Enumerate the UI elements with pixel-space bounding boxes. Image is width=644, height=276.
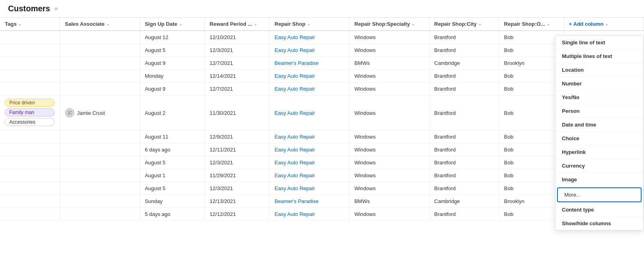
cell-sales: [60, 44, 140, 57]
cell-shop: Easy Auto Repair: [270, 131, 349, 143]
page-header: Customers ★: [0, 0, 644, 18]
cell-signup: August 9: [140, 57, 204, 70]
dropdown-item-yes-no[interactable]: Yes/No: [555, 91, 643, 104]
cell-specialty: Windows: [349, 182, 429, 195]
cell-specialty: Windows: [349, 156, 429, 169]
cell-city: Brantford: [429, 70, 499, 83]
cell-specialty: Windows: [349, 208, 429, 221]
cell-city: Cambridge: [429, 195, 499, 208]
cell-specialty: Windows: [349, 83, 429, 95]
dropdown-item-hyperlink[interactable]: Hyperlink: [555, 145, 643, 159]
sales-name: Jamie Crust: [77, 110, 105, 116]
cell-owner: Bob: [499, 182, 564, 195]
cell-city: Brantford: [429, 143, 499, 156]
cell-city: Brantford: [429, 95, 499, 131]
cell-tags: [0, 169, 60, 182]
star-icon[interactable]: ★: [53, 5, 59, 12]
shop-link[interactable]: Beamer's Paradise: [275, 60, 318, 66]
dropdown-item-content-type[interactable]: Content type: [555, 203, 643, 217]
cell-owner: Bob: [499, 83, 564, 95]
table-row: 5 days ago12/12/2021Easy Auto RepairWind…: [0, 208, 644, 221]
shop-link[interactable]: Easy Auto Repair: [275, 34, 315, 40]
dropdown-item-single-line[interactable]: Single line of text: [555, 36, 643, 50]
shop-link[interactable]: Easy Auto Repair: [275, 172, 315, 178]
dropdown-item-number[interactable]: Number: [555, 77, 643, 91]
cell-owner: Bob: [499, 70, 564, 83]
cell-owner: Bob: [499, 169, 564, 182]
cell-sales: [60, 195, 140, 208]
col-reward-header[interactable]: Reward Period ... ⌄: [204, 18, 269, 31]
dropdown-item-person[interactable]: Person: [555, 104, 643, 118]
dropdown-item-date-time[interactable]: Date and time: [555, 118, 643, 132]
cell-signup: Sunday: [140, 195, 204, 208]
col-tags-header[interactable]: Tags ⌄: [0, 18, 60, 31]
cell-shop: Easy Auto Repair: [270, 182, 349, 195]
cell-signup: August 1: [140, 169, 204, 182]
dropdown-item-choice[interactable]: Choice: [555, 132, 643, 145]
shop-link[interactable]: Beamer's Paradise: [275, 198, 318, 204]
dropdown-item-image[interactable]: Image: [555, 173, 643, 187]
cell-city: Brantford: [429, 131, 499, 143]
cell-reward: 12/3/2021: [204, 156, 269, 169]
add-column-header[interactable]: + Add column ⌄ Single line of text Multi…: [564, 18, 644, 31]
cell-sales: [60, 131, 140, 143]
cell-signup: August 5: [140, 182, 204, 195]
cell-tags: [0, 31, 60, 44]
col-specialty-header[interactable]: Repair Shop:Specialty ⌄: [349, 18, 429, 31]
dropdown-item-more[interactable]: More...: [557, 187, 642, 202]
cell-tags: [0, 208, 60, 221]
cell-specialty: BMWs: [349, 195, 429, 208]
shop-sort-icon: ⌄: [307, 22, 310, 26]
cell-city: Brantford: [429, 44, 499, 57]
col-city-header[interactable]: Repair Shop:City ⌄: [429, 18, 499, 31]
cell-reward: 12/10/2021: [204, 31, 269, 44]
cell-reward: 11/30/2021: [204, 95, 269, 131]
cell-specialty: Windows: [349, 31, 429, 44]
col-shop-header[interactable]: Repair Shop ⌄: [270, 18, 349, 31]
cell-reward: 12/9/2021: [204, 131, 269, 143]
cell-shop: Easy Auto Repair: [270, 31, 349, 44]
dropdown-item-multi-line[interactable]: Multiple lines of text: [555, 50, 643, 63]
shop-link[interactable]: Easy Auto Repair: [275, 185, 315, 191]
cell-owner: Bob: [499, 95, 564, 131]
shop-link[interactable]: Easy Auto Repair: [275, 110, 315, 116]
cell-specialty: Windows: [349, 44, 429, 57]
cell-city: Brantford: [429, 208, 499, 221]
sales-sort-icon: ⌄: [106, 22, 109, 26]
avatar: JC: [65, 108, 74, 118]
table-row: August 512/3/2021Easy Auto RepairWindows…: [0, 156, 644, 169]
add-col-chevron-icon: ⌄: [605, 22, 608, 26]
city-sort-icon: ⌄: [478, 22, 481, 26]
shop-link[interactable]: Easy Auto Repair: [275, 147, 315, 153]
shop-link[interactable]: Easy Auto Repair: [275, 86, 315, 92]
col-sales-header[interactable]: Sales Associate ⌄: [60, 18, 140, 31]
cell-signup: August 12: [140, 31, 204, 44]
tag-badge[interactable]: Family man: [5, 108, 55, 116]
cell-signup: August 5: [140, 156, 204, 169]
cell-shop: Easy Auto Repair: [270, 95, 349, 131]
dropdown-item-location[interactable]: Location: [555, 63, 643, 77]
shop-link[interactable]: Easy Auto Repair: [275, 134, 315, 140]
shop-link[interactable]: Easy Auto Repair: [275, 47, 315, 53]
cell-reward: 12/3/2021: [204, 182, 269, 195]
col-signup-header[interactable]: Sign Up Date ⌄: [140, 18, 204, 31]
cell-shop: Easy Auto Repair: [270, 83, 349, 95]
cell-tags: [0, 70, 60, 83]
col-owner-header[interactable]: Repair Shop:O... ⌄: [499, 18, 564, 31]
cell-reward: 12/7/2021: [204, 83, 269, 95]
reward-sort-icon: ⌄: [254, 22, 257, 26]
cell-specialty: Windows: [349, 143, 429, 156]
dropdown-item-currency[interactable]: Currency: [555, 159, 643, 173]
cell-reward: 12/11/2021: [204, 143, 269, 156]
cell-owner: Bob: [499, 31, 564, 44]
shop-link[interactable]: Easy Auto Repair: [275, 160, 315, 166]
cell-signup: Monday: [140, 70, 204, 83]
dropdown-item-show-hide[interactable]: Show/hide columns: [555, 217, 643, 230]
cell-city: Brantford: [429, 83, 499, 95]
cell-owner: Bob: [499, 143, 564, 156]
table-body: August 1212/10/2021Easy Auto RepairWindo…: [0, 31, 644, 221]
shop-link[interactable]: Easy Auto Repair: [275, 211, 315, 217]
tag-badge[interactable]: Price driven: [5, 99, 55, 107]
shop-link[interactable]: Easy Auto Repair: [275, 73, 315, 79]
tag-badge[interactable]: Accessories: [5, 118, 55, 126]
